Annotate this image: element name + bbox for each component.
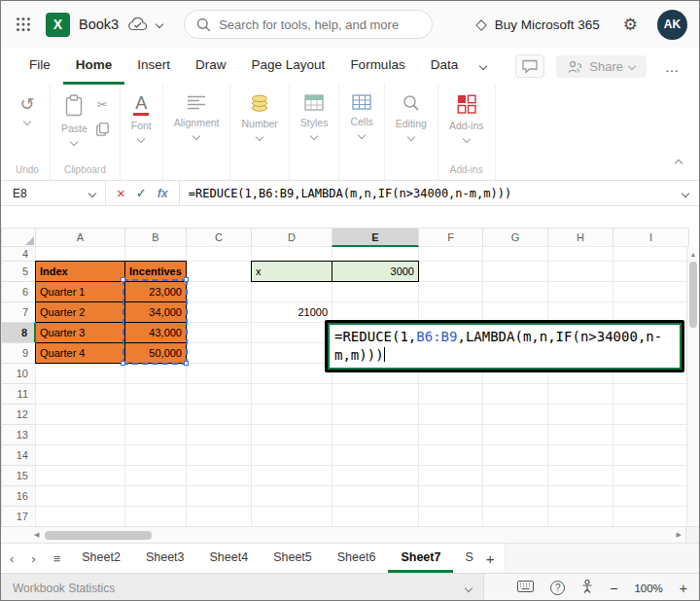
cell-A16[interactable] bbox=[35, 485, 125, 507]
cell-G13[interactable] bbox=[482, 424, 548, 445]
sheet-nav-left-chevron[interactable]: ‹ bbox=[1, 544, 22, 573]
search-input[interactable] bbox=[219, 18, 420, 32]
name-box[interactable]: E8 bbox=[1, 181, 106, 205]
cell-B15[interactable] bbox=[124, 465, 187, 486]
cell-G5[interactable] bbox=[482, 261, 548, 282]
search-box[interactable] bbox=[184, 10, 433, 39]
cell-F5[interactable] bbox=[418, 261, 483, 282]
cell-B4[interactable] bbox=[124, 246, 187, 262]
row-header-6[interactable]: 6 bbox=[1, 281, 36, 302]
sheet-tab-sheet5[interactable]: Sheet5 bbox=[261, 544, 325, 573]
app-launcher-button[interactable] bbox=[1, 1, 46, 48]
cell-H13[interactable] bbox=[547, 424, 613, 445]
cell-I16[interactable] bbox=[612, 485, 689, 507]
cell-I13[interactable] bbox=[612, 424, 689, 445]
cell-A14[interactable] bbox=[35, 444, 125, 466]
cell-E6[interactable] bbox=[332, 281, 419, 302]
addins-button[interactable]: Add-ins bbox=[449, 94, 484, 142]
formula-input[interactable]: =REDUCE(1,B6:B9,LAMBDA(m,n,IF(n>34000,n-… bbox=[180, 187, 672, 200]
chevron-down-icon[interactable] bbox=[157, 21, 162, 27]
workbook-title[interactable]: Book3 bbox=[79, 17, 119, 32]
cell-F13[interactable] bbox=[418, 424, 483, 445]
cell-D4[interactable] bbox=[251, 246, 332, 262]
cell-A6[interactable]: Quarter 1 bbox=[35, 281, 125, 302]
row-header-9[interactable]: 9 bbox=[1, 342, 36, 364]
cell-C4[interactable] bbox=[186, 246, 252, 262]
cell-E15[interactable] bbox=[332, 465, 419, 486]
cell-E11[interactable] bbox=[332, 383, 419, 405]
cell-I5[interactable] bbox=[612, 261, 689, 282]
cell-G12[interactable] bbox=[482, 404, 548, 425]
cell-F14[interactable] bbox=[418, 444, 483, 466]
cell-G16[interactable] bbox=[482, 485, 548, 507]
cell-C15[interactable] bbox=[186, 465, 252, 486]
undo-button[interactable]: ↺ bbox=[19, 94, 34, 124]
cell-C9[interactable] bbox=[186, 342, 252, 364]
column-header-F[interactable]: F bbox=[418, 228, 483, 247]
row-header-13[interactable]: 13 bbox=[1, 424, 36, 445]
number-menu-button[interactable]: Number bbox=[241, 94, 277, 140]
column-header-C[interactable]: C bbox=[186, 228, 252, 247]
cell-B6[interactable]: 23,000 bbox=[124, 281, 187, 302]
cell-E14[interactable] bbox=[332, 444, 419, 466]
select-all-button[interactable] bbox=[1, 228, 36, 247]
tab-formulas[interactable]: Formulas bbox=[337, 48, 417, 85]
workbook-statistics-button[interactable]: Workbook Statistics bbox=[1, 574, 484, 601]
cell-F17[interactable] bbox=[418, 506, 483, 526]
row-header-17[interactable]: 17 bbox=[1, 506, 36, 526]
zoom-out-button[interactable]: − bbox=[610, 581, 617, 596]
cell-G14[interactable] bbox=[482, 444, 548, 466]
sheet-tab-sheet2[interactable]: Sheet2 bbox=[69, 544, 133, 573]
comments-button[interactable] bbox=[515, 54, 544, 78]
scroll-up-arrow[interactable]: ▲ bbox=[690, 247, 697, 260]
add-sheet-button[interactable]: + bbox=[476, 544, 505, 573]
cancel-entry-button[interactable]: × bbox=[117, 186, 125, 200]
cell-F15[interactable] bbox=[418, 465, 483, 486]
cell-A7[interactable]: Quarter 2 bbox=[35, 301, 125, 323]
cell-I17[interactable] bbox=[612, 506, 689, 526]
cell-C13[interactable] bbox=[186, 424, 252, 445]
sheet-tab-sheet7[interactable]: Sheet7 bbox=[388, 544, 453, 573]
cell-A13[interactable] bbox=[35, 424, 125, 445]
save-status-icon[interactable] bbox=[128, 18, 148, 31]
cell-C8[interactable] bbox=[186, 322, 252, 343]
copy-icon[interactable] bbox=[96, 123, 109, 139]
horizontal-scroll-thumb[interactable] bbox=[45, 531, 152, 540]
tab-draw[interactable]: Draw bbox=[183, 48, 239, 85]
column-header-D[interactable]: D bbox=[251, 228, 332, 247]
zoom-in-button[interactable]: + bbox=[680, 581, 687, 596]
cell-C6[interactable] bbox=[186, 281, 252, 302]
cell-A11[interactable] bbox=[35, 383, 125, 405]
cell-D17[interactable] bbox=[251, 506, 332, 526]
cell-D8[interactable] bbox=[251, 322, 332, 343]
cell-C12[interactable] bbox=[186, 404, 252, 425]
range-handle[interactable] bbox=[184, 361, 189, 366]
sheet-nav-right-chevron[interactable]: › bbox=[22, 544, 44, 573]
column-header-I[interactable]: I bbox=[612, 228, 689, 247]
vertical-scroll-thumb[interactable] bbox=[689, 262, 697, 328]
tab-data[interactable]: Data bbox=[418, 48, 472, 85]
cell-B17[interactable] bbox=[124, 506, 187, 526]
row-header-15[interactable]: 15 bbox=[1, 465, 36, 486]
cell-C16[interactable] bbox=[186, 485, 252, 507]
cell-E17[interactable] bbox=[332, 506, 419, 526]
cell-A9[interactable]: Quarter 4 bbox=[35, 342, 125, 364]
cell-D16[interactable] bbox=[251, 485, 332, 507]
share-button[interactable]: Share bbox=[556, 55, 647, 78]
row-header-16[interactable]: 16 bbox=[1, 485, 36, 507]
horizontal-scrollbar[interactable]: ◀ ▶ bbox=[1, 526, 699, 543]
cell-B16[interactable] bbox=[124, 485, 187, 507]
cell-edit-formula[interactable]: =REDUCE(1,B6:B9,LAMBDA(m,n,IF(n>34000,n-… bbox=[328, 323, 682, 370]
cell-G17[interactable] bbox=[482, 506, 548, 526]
cut-icon[interactable]: ✂ bbox=[97, 97, 108, 112]
cell-F16[interactable] bbox=[418, 485, 483, 507]
cell-E16[interactable] bbox=[332, 485, 419, 507]
cell-B13[interactable] bbox=[124, 424, 187, 445]
cell-F6[interactable] bbox=[418, 281, 483, 302]
keyboard-shortcuts-icon[interactable] bbox=[517, 581, 534, 595]
cell-H17[interactable] bbox=[547, 506, 613, 526]
cell-G11[interactable] bbox=[482, 383, 548, 405]
cell-F11[interactable] bbox=[418, 383, 483, 405]
row-header-14[interactable]: 14 bbox=[1, 444, 36, 466]
cell-B12[interactable] bbox=[124, 404, 187, 425]
